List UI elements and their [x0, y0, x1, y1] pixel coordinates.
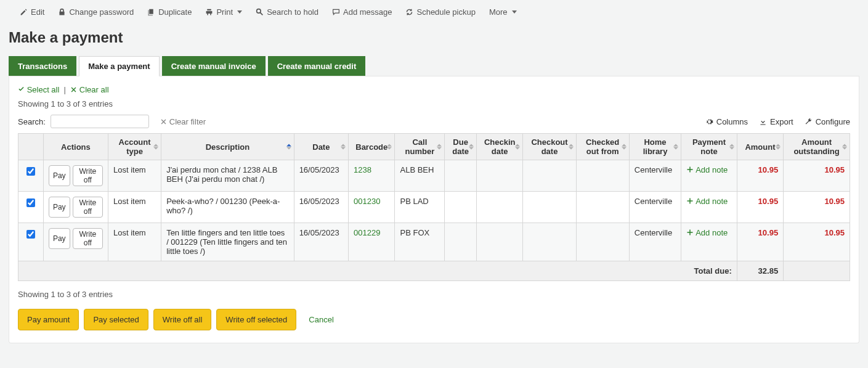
columns-button[interactable]: Columns	[705, 117, 748, 126]
cell-barcode[interactable]: 001229	[349, 223, 395, 261]
cell-call-number: PB FOX	[395, 223, 445, 261]
col-checkin-date[interactable]: Checkin date	[477, 134, 523, 160]
caret-down-icon	[237, 10, 242, 14]
select-all-link[interactable]: Select all	[18, 85, 62, 94]
selection-controls: Select all | Clear all	[18, 85, 850, 94]
download-icon	[759, 118, 767, 126]
edit-label: Edit	[31, 7, 44, 17]
col-call-number[interactable]: Call number	[395, 134, 445, 160]
cell-checkin-date	[477, 160, 523, 192]
tab-create-manual-credit[interactable]: Create manual credit	[268, 56, 366, 76]
col-amount-outstanding[interactable]: Amount outstanding	[784, 134, 850, 160]
add-note-link[interactable]: Add note	[686, 165, 728, 174]
write-off-selected-button[interactable]: Write off selected	[216, 309, 296, 330]
wrench-icon	[805, 118, 813, 126]
cell-checkout-date	[523, 160, 576, 192]
cancel-link[interactable]: Cancel	[309, 315, 333, 324]
cell-amount: 10.95	[737, 160, 783, 192]
tab-transactions[interactable]: Transactions	[9, 56, 76, 76]
write-off-button[interactable]: Write off	[73, 228, 103, 249]
cell-checkin-date	[477, 223, 523, 261]
cell-home-library: Centerville	[629, 192, 681, 223]
col-checkout-date[interactable]: Checkout date	[523, 134, 576, 160]
add-message-button[interactable]: Add message	[332, 7, 392, 17]
row-checkbox-cell	[18, 223, 44, 261]
cell-call-number: ALB BEH	[395, 160, 445, 192]
tab-create-manual-invoice[interactable]: Create manual invoice	[162, 56, 266, 76]
add-note-link[interactable]: Add note	[686, 197, 728, 206]
cell-amount-outstanding: 10.95	[784, 223, 850, 261]
cell-payment-note: Add note	[681, 192, 737, 223]
add-note-link[interactable]: Add note	[686, 228, 728, 237]
cell-account-type: Lost item	[108, 192, 161, 223]
pay-button[interactable]: Pay	[49, 228, 70, 249]
write-off-button[interactable]: Write off	[73, 165, 103, 186]
schedule-pickup-button[interactable]: Schedule pickup	[405, 7, 475, 17]
select-all-label: Select all	[27, 85, 60, 94]
row-actions: PayWrite off	[43, 160, 108, 192]
entries-info-bottom: Showing 1 to 3 of 3 entries	[18, 290, 850, 299]
cell-due-date	[445, 192, 477, 223]
pay-amount-button[interactable]: Pay amount	[18, 309, 79, 330]
search-to-hold-label: Search to hold	[267, 7, 318, 17]
col-barcode[interactable]: Barcode	[349, 134, 395, 160]
col-payment-note[interactable]: Payment note	[681, 134, 737, 160]
cell-home-library: Centerville	[629, 223, 681, 261]
schedule-pickup-label: Schedule pickup	[416, 7, 475, 17]
cell-checked-out-from	[576, 160, 629, 192]
pencil-icon	[20, 8, 28, 16]
lock-icon	[58, 8, 66, 16]
print-button[interactable]: Print	[205, 7, 242, 17]
total-outstanding-empty	[784, 261, 850, 281]
cell-account-type: Lost item	[108, 160, 161, 192]
clear-filter-link[interactable]: Clear filter	[160, 117, 206, 126]
gear-icon	[705, 118, 713, 126]
row-checkbox[interactable]	[26, 167, 35, 176]
col-amount[interactable]: Amount	[737, 134, 783, 160]
configure-button[interactable]: Configure	[805, 117, 850, 126]
export-button[interactable]: Export	[759, 117, 793, 126]
cell-payment-note: Add note	[681, 223, 737, 261]
total-due-label: Total due:	[18, 261, 737, 281]
row-actions: PayWrite off	[43, 223, 108, 261]
search-input[interactable]	[51, 115, 149, 128]
pay-selected-button[interactable]: Pay selected	[84, 309, 148, 330]
write-off-button[interactable]: Write off	[73, 197, 103, 218]
cell-checked-out-from	[576, 192, 629, 223]
col-actions[interactable]: Actions	[43, 134, 108, 160]
row-checkbox[interactable]	[26, 198, 35, 207]
cell-home-library: Centerville	[629, 160, 681, 192]
col-checked-out-from[interactable]: Checked out from	[576, 134, 629, 160]
table-row: PayWrite offLost itemJ'ai perdu mon chat…	[18, 160, 850, 192]
col-date[interactable]: Date	[294, 134, 348, 160]
col-home-library[interactable]: Home library	[629, 134, 681, 160]
entries-info-top: Showing 1 to 3 of 3 entries	[18, 99, 850, 108]
cell-barcode[interactable]: 1238	[349, 160, 395, 192]
svg-point-0	[257, 9, 261, 14]
col-description[interactable]: Description	[161, 134, 294, 160]
add-message-label: Add message	[343, 7, 392, 17]
cell-barcode[interactable]: 001230	[349, 192, 395, 223]
table-tools: Columns Export Configure	[705, 117, 850, 126]
write-off-all-button[interactable]: Write off all	[153, 309, 212, 330]
col-due-date[interactable]: Due date	[445, 134, 477, 160]
col-account-type[interactable]: Account type	[108, 134, 161, 160]
row-actions: PayWrite off	[43, 192, 108, 223]
clear-all-link[interactable]: Clear all	[70, 85, 108, 94]
change-password-button[interactable]: Change password	[58, 7, 134, 17]
panel-make-payment: Select all | Clear all Showing 1 to 3 of…	[9, 76, 859, 343]
tab-make-payment[interactable]: Make a payment	[79, 56, 159, 76]
row-checkbox[interactable]	[26, 230, 35, 239]
search-row: Search: Clear filter Columns Export	[18, 115, 850, 128]
table-row: PayWrite offLost itemPeek-a-who? / 00123…	[18, 192, 850, 223]
pay-button[interactable]: Pay	[49, 165, 70, 186]
cell-checkout-date	[523, 223, 576, 261]
row-checkbox-cell	[18, 160, 44, 192]
duplicate-button[interactable]: Duplicate	[147, 7, 192, 17]
edit-button[interactable]: Edit	[20, 7, 44, 17]
more-button[interactable]: More	[489, 7, 517, 17]
pay-button[interactable]: Pay	[49, 197, 70, 218]
search-to-hold-button[interactable]: Search to hold	[256, 7, 318, 17]
footer-actions: Pay amount Pay selected Write off all Wr…	[18, 309, 850, 330]
search-icon	[256, 8, 264, 16]
